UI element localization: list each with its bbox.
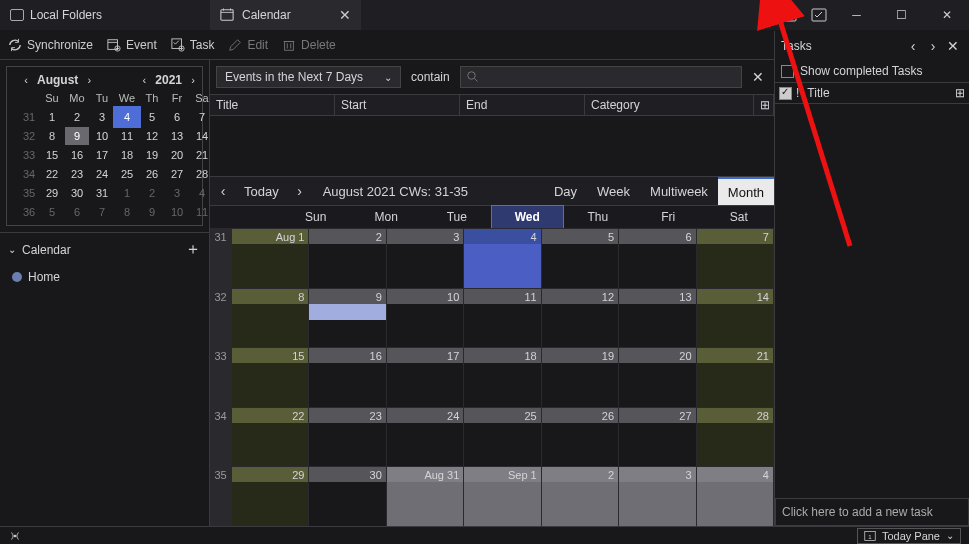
nav-next[interactable]: › <box>287 183 313 199</box>
view-tab-week[interactable]: Week <box>587 177 640 205</box>
mini-day-cell[interactable]: 17 <box>90 146 114 164</box>
col-category[interactable]: Category <box>585 95 754 115</box>
window-close[interactable]: ✕ <box>924 0 969 30</box>
day-cell[interactable]: 5 <box>542 229 619 288</box>
day-cell[interactable]: 30 <box>309 467 386 526</box>
search-box[interactable] <box>460 66 742 88</box>
mini-day-cell[interactable]: 8 <box>115 203 139 221</box>
view-tab-month[interactable]: Month <box>718 177 774 205</box>
col-title[interactable]: Title <box>210 95 335 115</box>
today-button[interactable]: Today <box>236 184 287 199</box>
mini-day-cell[interactable]: 20 <box>165 146 189 164</box>
day-cell[interactable]: 21 <box>697 348 774 407</box>
broadcast-icon[interactable] <box>8 529 22 543</box>
day-cell[interactable]: 14 <box>697 289 774 348</box>
day-cell[interactable]: 16 <box>309 348 386 407</box>
col-priority-icon[interactable]: ! <box>796 86 799 100</box>
mini-day-cell[interactable]: 27 <box>165 165 189 183</box>
mini-prev-year[interactable]: ‹ <box>137 74 151 86</box>
day-cell[interactable]: 12 <box>542 289 619 348</box>
mini-prev-month[interactable]: ‹ <box>19 74 33 86</box>
tasks-col-title[interactable]: Title <box>803 86 951 100</box>
day-cell[interactable]: 3 <box>387 229 464 288</box>
day-cell[interactable]: Sep 1 <box>464 467 541 526</box>
delete-button[interactable]: Delete <box>282 30 336 60</box>
mini-day-cell[interactable]: 13 <box>165 127 189 145</box>
day-cell[interactable]: 13 <box>619 289 696 348</box>
checkbox-icon[interactable] <box>781 65 794 78</box>
tasks-next[interactable]: › <box>923 38 943 54</box>
day-cell[interactable]: 3 <box>619 467 696 526</box>
mini-day-cell[interactable]: 2 <box>65 108 89 126</box>
mini-day-cell[interactable]: 3 <box>90 108 114 126</box>
day-cell[interactable]: 8 <box>232 289 309 348</box>
mini-day-cell[interactable]: 29 <box>40 184 64 202</box>
col-end[interactable]: End <box>460 95 585 115</box>
day-cell[interactable]: 24 <box>387 408 464 467</box>
mini-next-month[interactable]: › <box>82 74 96 86</box>
add-task-hint[interactable]: Click here to add a new task <box>775 498 969 526</box>
tasks-close[interactable]: ✕ <box>943 38 963 54</box>
tab-close-icon[interactable]: ✕ <box>339 7 351 23</box>
tab-calendar[interactable]: Calendar ✕ <box>210 0 361 30</box>
day-cell[interactable]: 19 <box>542 348 619 407</box>
mini-day-cell[interactable]: 23 <box>65 165 89 183</box>
event-block[interactable] <box>309 304 385 320</box>
column-picker-icon[interactable]: ⊞ <box>955 86 965 100</box>
view-tab-multiweek[interactable]: Multiweek <box>640 177 718 205</box>
mini-day-cell[interactable]: 30 <box>65 184 89 202</box>
mini-day-cell[interactable]: 12 <box>140 127 164 145</box>
mini-day-cell[interactable]: 10 <box>90 127 114 145</box>
mini-day-cell[interactable]: 9 <box>140 203 164 221</box>
day-cell[interactable]: 23 <box>309 408 386 467</box>
nav-prev[interactable]: ‹ <box>210 183 236 199</box>
window-minimize[interactable]: ─ <box>834 0 879 30</box>
calendar-pane-toggle[interactable] <box>774 0 804 30</box>
mini-day-cell[interactable]: 1 <box>115 184 139 202</box>
day-cell[interactable]: 4 <box>697 467 774 526</box>
mini-day-cell[interactable]: 16 <box>65 146 89 164</box>
synchronize-button[interactable]: Synchronize <box>8 30 93 60</box>
day-cell[interactable]: 4 <box>464 229 541 288</box>
day-cell[interactable]: 2 <box>309 229 386 288</box>
mini-day-cell[interactable]: 4 <box>115 108 139 126</box>
calendar-section-header[interactable]: ⌄ Calendar ＋ <box>0 233 209 266</box>
day-cell[interactable]: 25 <box>464 408 541 467</box>
mini-day-cell[interactable]: 3 <box>165 184 189 202</box>
event-block[interactable] <box>464 244 540 288</box>
mini-day-cell[interactable]: 5 <box>140 108 164 126</box>
window-maximize[interactable]: ☐ <box>879 0 924 30</box>
mini-day-cell[interactable]: 1 <box>40 108 64 126</box>
add-calendar-button[interactable]: ＋ <box>185 239 201 260</box>
mini-day-cell[interactable]: 6 <box>65 203 89 221</box>
day-cell[interactable]: Aug 31 <box>387 467 464 526</box>
day-cell[interactable]: 10 <box>387 289 464 348</box>
view-tab-day[interactable]: Day <box>544 177 587 205</box>
mini-day-cell[interactable]: 25 <box>115 165 139 183</box>
mini-day-cell[interactable]: 5 <box>40 203 64 221</box>
day-cell[interactable]: 29 <box>232 467 309 526</box>
event-button[interactable]: Event <box>107 30 157 60</box>
col-start[interactable]: Start <box>335 95 460 115</box>
search-input[interactable] <box>485 70 735 84</box>
day-cell[interactable]: 9 <box>309 289 386 348</box>
day-cell[interactable]: 15 <box>232 348 309 407</box>
col-check[interactable] <box>779 87 792 100</box>
mini-day-cell[interactable]: 2 <box>140 184 164 202</box>
day-cell[interactable]: 22 <box>232 408 309 467</box>
day-cell[interactable]: Aug 1 <box>232 229 309 288</box>
day-cell[interactable]: 6 <box>619 229 696 288</box>
day-cell[interactable]: 2 <box>542 467 619 526</box>
mini-day-cell[interactable]: 15 <box>40 146 64 164</box>
day-cell[interactable]: 28 <box>697 408 774 467</box>
day-cell[interactable]: 18 <box>464 348 541 407</box>
show-completed-option[interactable]: Show completed Tasks <box>775 60 969 82</box>
task-button[interactable]: Task <box>171 30 215 60</box>
column-picker-icon[interactable]: ⊞ <box>754 95 774 115</box>
day-cell[interactable]: 7 <box>697 229 774 288</box>
mini-day-cell[interactable]: 7 <box>90 203 114 221</box>
mini-day-cell[interactable]: 9 <box>65 127 89 145</box>
mini-day-cell[interactable]: 6 <box>165 108 189 126</box>
mini-day-cell[interactable]: 24 <box>90 165 114 183</box>
mini-next-year[interactable]: › <box>186 74 200 86</box>
